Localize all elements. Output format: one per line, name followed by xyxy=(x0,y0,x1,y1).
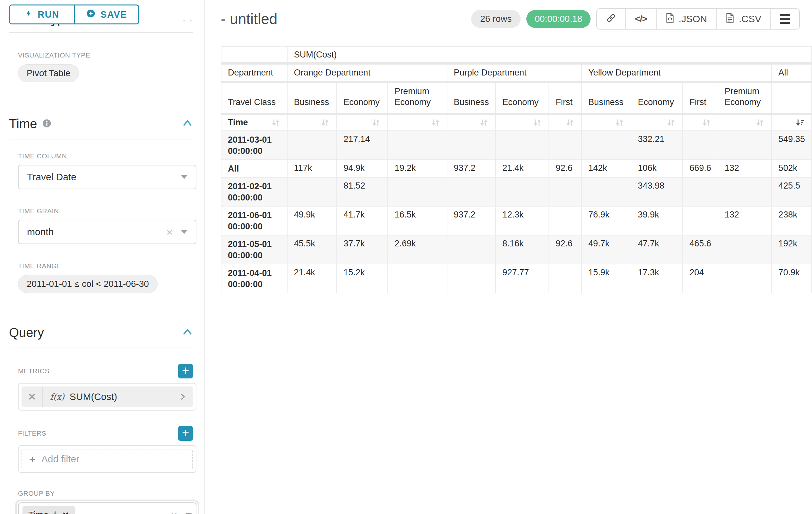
sort-icon[interactable] xyxy=(479,118,489,128)
pivot-cell xyxy=(683,177,718,206)
travel-class-header-cell: Business xyxy=(287,82,337,114)
sort-desc-icon[interactable] xyxy=(795,118,805,128)
metric-body[interactable]: f(x) SUM(Cost) xyxy=(42,386,172,407)
pivot-cell: 76.9k xyxy=(582,206,631,235)
plus-circle-icon xyxy=(86,9,95,20)
pivot-cell xyxy=(287,131,337,160)
save-button-label: SAVE xyxy=(100,9,127,20)
row-axis-header-cell: Time xyxy=(221,114,287,131)
view-query-button[interactable]: </> xyxy=(625,9,656,29)
add-filter-label: Add filter xyxy=(41,454,79,464)
pivot-cell: 21.4k xyxy=(287,264,337,293)
pivot-cell: 70.9k xyxy=(772,264,812,293)
clear-icon[interactable]: × xyxy=(166,226,173,237)
pivot-cell: 332.21 xyxy=(631,131,683,160)
time-section-title: Time xyxy=(9,117,37,131)
sort-icon[interactable] xyxy=(666,118,676,128)
pivot-cell: 21.4k xyxy=(496,160,549,177)
sort-header-cell xyxy=(549,114,582,131)
add-filter-button[interactable]: + Add filter xyxy=(22,449,193,469)
chevron-down-icon[interactable] xyxy=(181,230,187,234)
pivot-cell xyxy=(447,235,496,264)
pivot-cell: 81.52 xyxy=(337,177,388,206)
export-json-button[interactable]: .JSON xyxy=(656,9,716,29)
remove-metric-icon[interactable]: ✕ xyxy=(22,391,42,403)
pivot-cell: 92.6 xyxy=(549,160,582,177)
filters-label: FILTERS xyxy=(18,430,46,437)
export-csv-label: .CSV xyxy=(739,13,761,24)
file-code-icon xyxy=(666,13,674,25)
chevron-up-icon[interactable] xyxy=(182,117,193,130)
pivot-cell xyxy=(388,177,447,206)
menu-button[interactable] xyxy=(770,9,799,29)
remove-tag-icon[interactable]: ✕ xyxy=(62,511,69,514)
pivot-cell: 238k xyxy=(772,206,812,235)
pivot-cell: 937.2 xyxy=(447,206,496,235)
pivot-cell: 15.9k xyxy=(582,264,631,293)
clear-icon[interactable]: × xyxy=(171,510,177,514)
run-save-button-group: RUN SAVE xyxy=(9,4,139,24)
row-label-cell: All xyxy=(221,160,287,177)
pivot-cell: 37.7k xyxy=(337,235,388,264)
sort-icon[interactable] xyxy=(702,118,711,128)
sort-icon[interactable] xyxy=(431,118,440,128)
metric-pill[interactable]: ✕ f(x) SUM(Cost) xyxy=(22,386,193,407)
chart-title[interactable]: - untitled xyxy=(221,10,277,28)
pivot-cell: 117k xyxy=(287,160,337,177)
sort-icon[interactable] xyxy=(755,118,765,128)
time-range-pill[interactable]: 2011-01-01 ≤ col < 2011-06-30 xyxy=(18,275,157,293)
divider xyxy=(9,139,193,139)
tag-label: Time xyxy=(28,510,49,514)
pivot-cell: 47.7k xyxy=(631,235,683,264)
pivot-cell xyxy=(549,206,582,235)
chevron-right-icon[interactable] xyxy=(172,393,193,401)
share-link-button[interactable] xyxy=(597,9,625,29)
visualization-type-pill[interactable]: Pivot Table xyxy=(18,64,79,82)
run-button[interactable]: RUN xyxy=(10,5,74,23)
sort-header-cell xyxy=(287,114,337,131)
pivot-cell: 49.9k xyxy=(287,206,337,235)
sort-icon[interactable] xyxy=(615,118,624,128)
selected-option-tag[interactable]: Timei✕ xyxy=(23,506,75,514)
sort-header-cell xyxy=(447,114,496,131)
pivot-cell: 927.77 xyxy=(496,264,549,293)
fx-icon: f(x) xyxy=(50,392,64,402)
pivot-cell: 92.6 xyxy=(549,235,582,264)
export-csv-button[interactable]: .CSV xyxy=(716,9,770,29)
time-column-select[interactable]: Travel Date xyxy=(18,165,196,189)
sort-icon[interactable] xyxy=(320,118,330,128)
pivot-cell: 45.5k xyxy=(287,235,337,264)
sort-icon[interactable] xyxy=(271,118,281,128)
pivot-cell: 465.6 xyxy=(683,235,718,264)
metrics-container: ✕ f(x) SUM(Cost) xyxy=(18,383,196,410)
pivot-table: SUM(Cost)DepartmentOrange DepartmentPurp… xyxy=(221,46,812,293)
table-row: 2011-05-01 00:00:0045.5k37.7k2.69k8.16k9… xyxy=(221,235,812,264)
metric-header-cell: SUM(Cost) xyxy=(287,47,812,63)
chevron-down-icon[interactable] xyxy=(181,175,187,179)
travel-class-header-cell xyxy=(772,82,812,114)
pivot-table-container: SUM(Cost)DepartmentOrange DepartmentPurp… xyxy=(221,46,812,293)
metric-name: SUM(Cost) xyxy=(70,391,117,402)
file-text-icon xyxy=(726,13,734,25)
run-button-label: RUN xyxy=(37,9,59,20)
group-by-select[interactable]: Timei✕ × xyxy=(18,503,196,514)
chevron-up-icon[interactable] xyxy=(182,326,193,339)
row-label-cell: 2011-06-01 00:00:00 xyxy=(221,206,287,235)
pivot-cell xyxy=(718,177,772,206)
time-grain-select[interactable]: month × xyxy=(18,220,196,244)
sort-icon[interactable] xyxy=(532,118,542,128)
add-metric-button[interactable]: + xyxy=(178,364,193,378)
save-button[interactable]: SAVE xyxy=(74,5,138,23)
pivot-cell xyxy=(582,177,631,206)
filters-container: + Add filter xyxy=(18,445,196,473)
export-json-label: .JSON xyxy=(679,13,707,24)
pivot-corner-cell xyxy=(221,47,287,63)
sort-icon[interactable] xyxy=(565,118,575,128)
pivot-cell xyxy=(582,131,631,160)
table-row: 2011-04-01 00:00:0021.4k15.2k927.7715.9k… xyxy=(221,264,812,293)
sort-icon[interactable] xyxy=(371,118,381,128)
add-filter-plus-button[interactable]: + xyxy=(178,426,193,441)
pivot-cell: 12.3k xyxy=(496,206,549,235)
col-axis-label: Department xyxy=(221,63,287,82)
pivot-cell xyxy=(549,264,582,293)
